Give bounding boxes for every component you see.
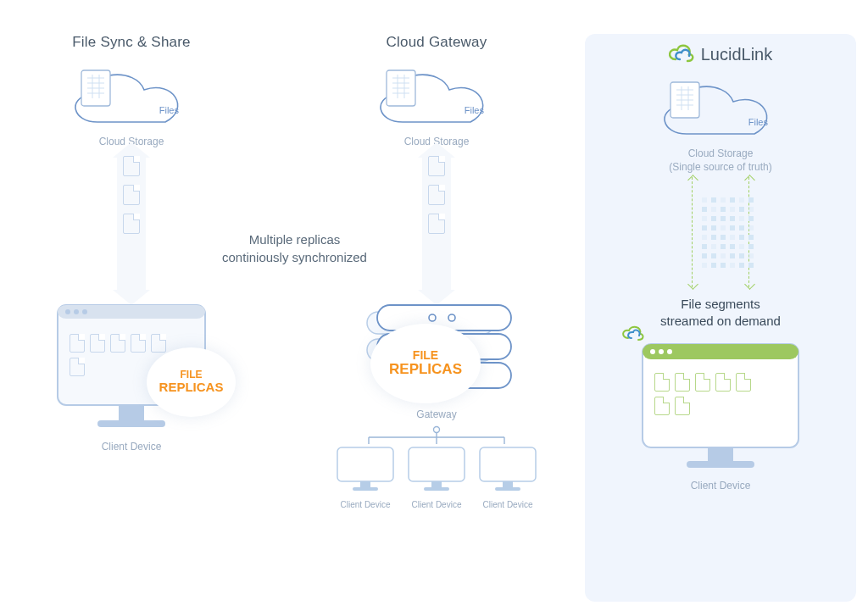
device-caption: Client Device xyxy=(585,480,856,492)
gateway-server-icon: FILE REPLICAS xyxy=(352,302,521,403)
svg-rect-33 xyxy=(337,447,393,481)
network-tree-icon xyxy=(335,425,538,444)
svg-rect-38 xyxy=(424,487,449,491)
svg-rect-35 xyxy=(353,487,378,491)
svg-point-32 xyxy=(434,427,440,433)
gateway-caption: Gateway xyxy=(314,408,559,420)
client-monitor-icon xyxy=(636,339,805,475)
svg-rect-55 xyxy=(687,461,754,468)
svg-rect-41 xyxy=(495,487,520,491)
svg-rect-36 xyxy=(409,447,465,481)
file-grid-icon xyxy=(81,69,233,137)
svg-rect-40 xyxy=(503,481,513,487)
replicas-badge: FILE REPLICAS xyxy=(370,324,481,403)
file-icon xyxy=(90,334,105,353)
device-caption: Client Device xyxy=(42,441,220,453)
file-icon xyxy=(123,214,140,234)
svg-rect-13 xyxy=(97,420,165,427)
cloud-storage-icon: Files xyxy=(644,75,797,142)
mini-caption: Client Device xyxy=(405,500,468,509)
file-icon xyxy=(151,334,166,353)
file-icon xyxy=(131,334,146,353)
badge-line2: REPLICAS xyxy=(389,362,462,378)
svg-point-9 xyxy=(65,309,70,314)
file-grid-icon xyxy=(670,81,822,149)
client-monitor-icon: FILE REPLICAS xyxy=(51,300,212,436)
col1-title: File Sync & Share xyxy=(42,34,220,51)
col-lucidlink: LucidLink Files Cloud Storage (Single so… xyxy=(585,34,856,602)
mini-caption: Client Device xyxy=(334,500,397,509)
client-devices-row: Client Device Client Device Client Devic… xyxy=(314,444,559,509)
client-mini-monitor: Client Device xyxy=(476,444,539,509)
file-icon xyxy=(123,156,140,176)
lucidlink-mark-icon xyxy=(669,44,694,64)
brand-text: LucidLink xyxy=(701,45,773,64)
col-cloud-gateway: Cloud Gateway Files Cloud Storage FILE R… xyxy=(314,34,559,509)
file-icon xyxy=(70,334,85,353)
file-icon xyxy=(428,185,445,205)
lucidlink-mark-icon xyxy=(622,325,792,461)
file-icon xyxy=(428,214,445,234)
client-mini-monitor: Client Device xyxy=(405,444,468,509)
file-icon xyxy=(110,334,125,353)
svg-point-11 xyxy=(82,309,87,314)
file-icon xyxy=(70,358,85,376)
svg-rect-12 xyxy=(119,405,144,420)
cloud-storage-icon: Files xyxy=(55,63,208,131)
file-icon xyxy=(428,156,445,176)
sync-arrow-icon xyxy=(117,156,146,292)
lucidlink-logo: LucidLink xyxy=(585,44,856,64)
client-mini-monitor: Client Device xyxy=(334,444,397,509)
col2-title: Cloud Gateway xyxy=(314,34,559,51)
file-icon xyxy=(123,185,140,205)
stream-line-icon xyxy=(692,177,693,287)
cloud-storage-icon: Files xyxy=(360,63,513,131)
col-file-sync-share: File Sync & Share Files Cloud Storage FI… xyxy=(42,34,220,453)
badge-line1: FILE xyxy=(413,349,438,362)
svg-rect-8 xyxy=(58,305,205,319)
mini-caption: Client Device xyxy=(476,500,539,509)
svg-rect-37 xyxy=(431,481,442,487)
svg-rect-34 xyxy=(360,481,370,487)
stream-line-icon xyxy=(748,177,749,287)
segment-pixels-icon xyxy=(702,177,739,287)
replicas-badge: FILE REPLICAS xyxy=(147,347,236,417)
stream-arrows-icon xyxy=(687,177,754,287)
cloud-caption: Cloud Storage (Single source of truth) xyxy=(585,147,856,174)
sync-arrow-icon xyxy=(422,156,451,292)
file-grid-icon xyxy=(386,69,538,137)
svg-rect-39 xyxy=(480,447,536,481)
svg-point-10 xyxy=(74,309,79,314)
badge-line2: REPLICAS xyxy=(159,380,224,395)
